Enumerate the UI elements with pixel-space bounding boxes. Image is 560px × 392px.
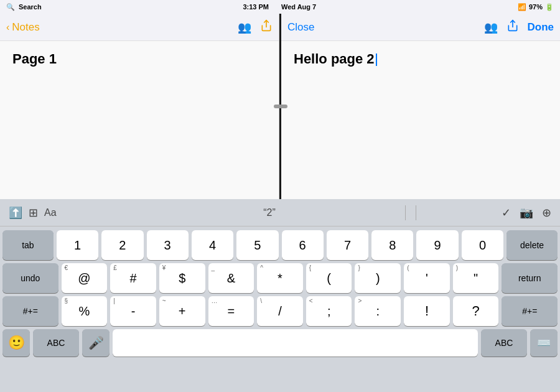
keyboard-dismiss-icon: ⌨️ <box>537 336 551 350</box>
key-7[interactable]: 7 <box>327 230 368 260</box>
key-2[interactable]: 2 <box>101 230 143 260</box>
key-question-main: ? <box>472 304 480 318</box>
right-nav-left: Close <box>287 21 421 34</box>
key-semi[interactable]: < ; <box>306 296 352 326</box>
abc-key-right[interactable]: ABC <box>481 329 527 357</box>
share-icon-right[interactable] <box>506 19 519 35</box>
abc-key-left[interactable]: ABC <box>33 329 79 357</box>
left-nav-right: 👥 <box>139 19 273 35</box>
key-exclaim[interactable]: ! <box>404 296 450 326</box>
key-amp-main: & <box>227 272 235 284</box>
share-people-icon-right[interactable]: 👥 <box>484 21 498 34</box>
key-percent[interactable]: § % <box>62 296 108 326</box>
battery-text: 97% <box>529 3 543 11</box>
abc-label-right: ABC <box>495 338 513 348</box>
key-lparen[interactable]: { ( <box>306 263 352 293</box>
key-amp-sub: _ <box>212 265 215 271</box>
table-icon[interactable]: ⊞ <box>29 206 38 220</box>
key-8[interactable]: 8 <box>371 230 413 260</box>
camera-icon[interactable]: 📷 <box>520 206 533 220</box>
close-button[interactable]: Close <box>287 21 314 34</box>
checkmark-icon[interactable]: ✓ <box>502 206 511 220</box>
key-percent-sub: § <box>65 298 68 304</box>
emoji-key[interactable]: 🙂 <box>2 329 30 357</box>
key-row-1: tab 1 2 3 4 5 6 7 8 <box>2 230 558 260</box>
left-note-content[interactable]: Page 1 <box>0 41 279 199</box>
undo-key[interactable]: undo <box>2 263 58 293</box>
key-3[interactable]: 3 <box>147 230 189 260</box>
key-plus[interactable]: ~ + <box>159 296 205 326</box>
key-dquote-sub: ) <box>456 265 458 271</box>
format-icon[interactable]: Aa <box>44 207 57 218</box>
key-dollar[interactable]: ¥ $ <box>159 263 205 293</box>
key-4[interactable]: 4 <box>192 230 233 260</box>
back-arrow-icon[interactable]: ‹ <box>6 22 9 33</box>
toolbar-center: “2” <box>142 207 398 218</box>
key-at-sub: € <box>65 265 68 271</box>
key-semi-main: ; <box>327 305 331 317</box>
key-0[interactable]: 0 <box>462 230 503 260</box>
location-icon[interactable]: ⊕ <box>542 206 551 220</box>
left-note-title: Page 1 <box>12 51 266 67</box>
key-at[interactable]: € @ <box>62 263 108 293</box>
key-colon-sub: > <box>358 298 362 304</box>
key-2-label: 2 <box>119 239 126 251</box>
space-key[interactable] <box>113 329 478 357</box>
key-5[interactable]: 5 <box>236 230 278 260</box>
key-equals[interactable]: … = <box>208 296 254 326</box>
pane-divider[interactable] <box>279 14 281 199</box>
abc-label-left: ABC <box>47 338 65 348</box>
key-plus-main: + <box>179 305 186 317</box>
insert-icon[interactable]: ⬆️ <box>9 206 22 220</box>
key-minus[interactable]: | - <box>110 296 156 326</box>
key-rparen[interactable]: } ) <box>355 263 401 293</box>
hashplus-key-right[interactable]: #+= <box>502 296 558 326</box>
share-people-icon-left[interactable]: 👥 <box>238 21 251 34</box>
key-hash-main: # <box>129 272 136 284</box>
return-key[interactable]: return <box>502 263 558 293</box>
key-3-label: 3 <box>164 239 171 251</box>
right-pane: Close 👥 Done Hello page 2 <box>281 14 560 199</box>
key-5-label: 5 <box>254 239 261 251</box>
key-6[interactable]: 6 <box>282 230 324 260</box>
key-star-main: * <box>278 272 282 284</box>
status-time: 3:13 PM <box>243 3 269 11</box>
key-star[interactable]: ^ * <box>257 263 303 293</box>
key-dquote[interactable]: ) " <box>453 263 499 293</box>
key-colon[interactable]: > : <box>355 296 401 326</box>
key-6-label: 6 <box>299 239 306 251</box>
key-1[interactable]: 1 <box>57 230 98 260</box>
tab-key[interactable]: tab <box>2 230 54 260</box>
key-squote-sub: ( <box>407 265 409 271</box>
battery-icon: 🔋 <box>545 3 554 11</box>
key-9-label: 9 <box>434 239 441 251</box>
right-note-content[interactable]: Hello page 2 <box>281 41 560 199</box>
key-slash[interactable]: \ / <box>257 296 303 326</box>
hashplus-label-right: #+= <box>522 306 537 316</box>
key-question[interactable]: ? <box>453 296 499 326</box>
done-button[interactable]: Done <box>528 21 554 34</box>
key-squote[interactable]: ( ' <box>404 263 450 293</box>
key-amp[interactable]: _ & <box>208 263 254 293</box>
hashplus-key-left[interactable]: #+= <box>2 296 58 326</box>
key-hash[interactable]: £ # <box>110 263 156 293</box>
right-nav-right: 👥 Done <box>421 19 554 35</box>
key-exclaim-main: ! <box>425 304 429 318</box>
mic-icon: 🎤 <box>88 335 104 350</box>
key-squote-main: ' <box>426 272 428 284</box>
key-star-sub: ^ <box>260 265 263 271</box>
share-icon-left[interactable] <box>260 19 273 35</box>
key-9[interactable]: 9 <box>416 230 458 260</box>
delete-key[interactable]: delete <box>506 230 558 260</box>
keyboard-dismiss-key[interactable]: ⌨️ <box>530 329 558 357</box>
right-note-title: Hello page 2 <box>294 51 548 67</box>
hashplus-label-left: #+= <box>23 306 38 316</box>
status-bar-center: 3:13 PM Wed Aug 7 <box>243 3 316 11</box>
mic-key[interactable]: 🎤 <box>82 329 110 357</box>
key-minus-main: - <box>131 305 136 317</box>
toolbar-separator-right <box>416 205 416 220</box>
key-rparen-main: ) <box>376 272 380 284</box>
back-button[interactable]: Notes <box>12 21 39 34</box>
toolbar-right: ✓ 📷 ⊕ <box>424 206 552 220</box>
status-bar: 🔍 Search 3:13 PM Wed Aug 7 📶 97% 🔋 <box>0 0 560 14</box>
